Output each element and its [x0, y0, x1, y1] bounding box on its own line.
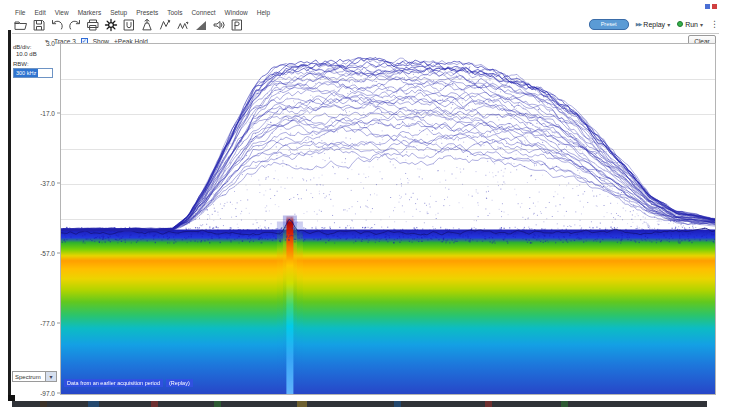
taskbar-strip [12, 401, 707, 407]
preset-button[interactable]: Preset [589, 19, 629, 30]
menu-bar: FileEditViewMarkersSetupPresetsToolsConn… [15, 7, 270, 17]
y-axis-tick: 3.0 [35, 40, 55, 47]
save-button[interactable] [31, 18, 47, 33]
menu-item-help[interactable]: Help [257, 9, 270, 16]
trace-compare-icon [158, 18, 172, 32]
antenna-icon [140, 18, 154, 32]
spectrum-plot[interactable] [61, 44, 715, 394]
toolbar-right: Preset ▶▶ Replay ▾ Run ▾ ⋮ [589, 17, 719, 31]
trace-math-icon [176, 18, 190, 32]
amplitude-ramp-button[interactable] [193, 18, 209, 33]
amplitude-ramp-icon [194, 18, 208, 32]
menu-item-setup[interactable]: Setup [110, 9, 127, 16]
left-settings-panel: dB/div: 10.0 dB RBW: 300 kHz [13, 44, 59, 78]
minimize-icon[interactable] [705, 4, 710, 9]
window-left-edge [8, 30, 11, 401]
y-axis-tickmark [57, 253, 60, 254]
menu-item-tools[interactable]: Tools [167, 9, 182, 16]
undo-icon [50, 18, 64, 32]
y-axis-tick: -77.0 [35, 320, 55, 327]
save-icon [32, 18, 46, 32]
status-message: Data from an earlier acquisition period [64, 379, 163, 387]
run-label: Run [685, 21, 698, 28]
preset-u-icon [122, 18, 136, 32]
app-window: FileEditViewMarkersSetupPresetsToolsConn… [0, 0, 733, 412]
menu-item-window[interactable]: Window [225, 9, 248, 16]
y-axis-tickmark [57, 183, 60, 184]
rbw-input[interactable]: 300 kHz [13, 68, 53, 78]
settings-gear-icon [104, 18, 118, 32]
status-overlay: Data from an earlier acquisition period … [64, 379, 193, 387]
settings-gear-button[interactable] [103, 18, 119, 33]
print-icon [86, 18, 100, 32]
chevron-down-icon: ▾ [700, 21, 703, 28]
undo-button[interactable] [49, 18, 65, 33]
replay-button[interactable]: ▶▶ Replay ▾ [636, 21, 671, 28]
run-status-icon [677, 21, 683, 27]
menu-item-markers[interactable]: Markers [78, 9, 101, 16]
rbw-value-selected: 300 kHz [14, 69, 38, 77]
menu-item-file[interactable]: File [15, 9, 25, 16]
y-axis-tick: -17.0 [35, 110, 55, 117]
y-axis-tick: -57.0 [35, 250, 55, 257]
menu-item-presets[interactable]: Presets [136, 9, 158, 16]
redo-button[interactable] [67, 18, 83, 33]
audio-demod-icon [212, 18, 226, 32]
menu-item-connect[interactable]: Connect [191, 9, 215, 16]
menu-item-view[interactable]: View [55, 9, 69, 16]
status-replay-tag: (Replay) [166, 379, 193, 387]
trace-compare-button[interactable] [157, 18, 173, 33]
chevron-down-icon: ▾ [46, 371, 57, 382]
display-type-value: Spectrum [12, 371, 46, 382]
playback-p-icon [230, 18, 244, 32]
replay-label: Replay [643, 21, 665, 28]
toolbar-separator [12, 33, 719, 34]
display-type-select[interactable]: Spectrum ▾ [12, 371, 57, 382]
toolbar [13, 17, 245, 33]
y-axis-tick: -97.0 [35, 390, 55, 397]
chevron-down-icon: ▾ [667, 21, 670, 28]
db-per-div-value[interactable]: 10.0 dB [16, 51, 59, 57]
preset-u-button[interactable] [121, 18, 137, 33]
print-button[interactable] [85, 18, 101, 33]
trace-math-button[interactable] [175, 18, 191, 33]
antenna-button[interactable] [139, 18, 155, 33]
open-folder-icon [14, 18, 28, 32]
rbw-label: RBW: [13, 61, 59, 67]
open-folder-button[interactable] [13, 18, 29, 33]
playback-p-button[interactable] [229, 18, 245, 33]
run-button[interactable]: Run ▾ [677, 21, 703, 28]
y-axis-tickmark [57, 43, 60, 44]
replay-icon: ▶▶ [636, 21, 642, 27]
close-icon[interactable] [712, 4, 717, 9]
redo-icon [68, 18, 82, 32]
window-controls [705, 4, 717, 9]
menu-item-edit[interactable]: Edit [34, 9, 45, 16]
audio-demod-button[interactable] [211, 18, 227, 33]
y-axis-tick: -37.0 [35, 180, 55, 187]
y-axis-tickmark [57, 323, 60, 324]
spectrum-plot-region [60, 43, 716, 395]
y-axis-tickmark [57, 393, 60, 394]
overflow-menu-icon[interactable]: ⋮ [710, 20, 719, 29]
y-axis-tickmark [57, 113, 60, 114]
